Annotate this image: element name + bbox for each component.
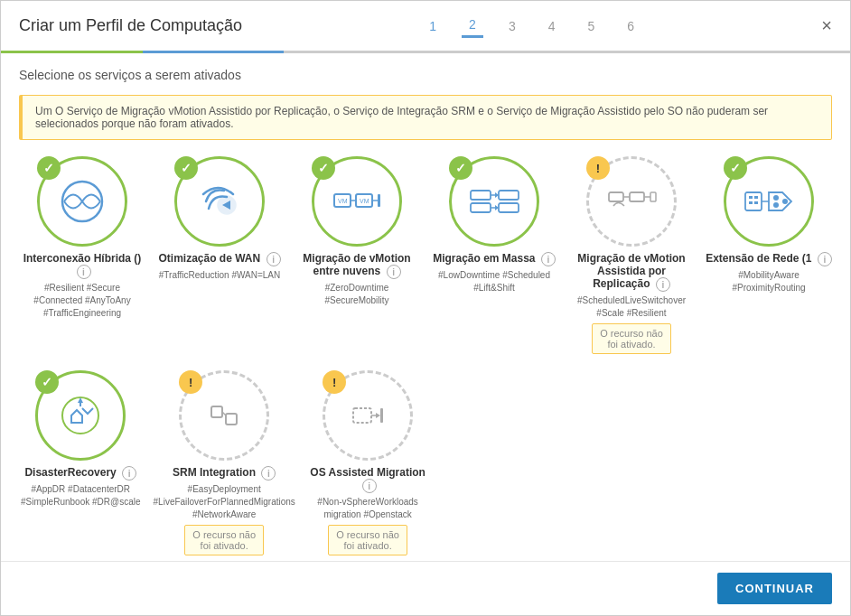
svg-rect-22 <box>650 192 656 201</box>
osassist-icon <box>341 388 395 443</box>
step-indicator: 1 2 3 4 5 6 <box>422 14 641 38</box>
not-activated-osassist: O recurso nãofoi ativado. <box>328 525 407 555</box>
svg-rect-17 <box>499 203 519 212</box>
modal-container: Criar um Perfil de Computação 1 2 3 4 5 … <box>0 0 851 616</box>
info-icon-network[interactable]: i <box>818 252 832 266</box>
service-name-disaster: DisasterRecovery i <box>24 466 136 481</box>
circle-wrapper-replication: ! <box>586 156 677 247</box>
not-activated-replication: O recurso nãofoi ativado. <box>592 323 671 354</box>
service-card-replication[interactable]: ! Migração de vMotion Assistida por Repl… <box>568 156 695 354</box>
svg-text:VM: VM <box>360 198 369 204</box>
info-icon-osassist[interactable]: i <box>362 479 377 493</box>
svg-marker-40 <box>376 413 380 418</box>
info-icon-replication[interactable]: i <box>656 277 670 292</box>
service-name-vmotion: Migração de vMotion entre nuvens i <box>294 252 420 279</box>
service-name-wan: Otimização de WAN i <box>158 252 280 266</box>
service-card-osassist[interactable]: ! OS Assisted Migration i #Non-vSphereWo… <box>306 370 430 555</box>
svg-rect-25 <box>754 196 758 199</box>
modal-header: Criar um Perfil de Computação 1 2 3 4 5 … <box>1 1 850 51</box>
info-icon-disaster[interactable]: i <box>122 466 136 481</box>
wan-icon <box>192 174 247 229</box>
step-4[interactable]: 4 <box>541 15 563 37</box>
warn-badge-replication: ! <box>586 156 610 180</box>
section-label: Selecione os serviços a serem ativados <box>19 68 832 82</box>
check-badge-vmotion: ✓ <box>312 156 335 180</box>
continue-button[interactable]: CONTINUAR <box>717 573 832 604</box>
warn-badge-srm: ! <box>179 370 202 394</box>
circle-wrapper-mass: ✓ <box>449 156 539 247</box>
service-card-srm[interactable]: ! SRM Integration i #EasyDeployment #Liv… <box>154 370 295 555</box>
svg-text:VM: VM <box>338 198 348 204</box>
service-tags-disaster: #AppDR #DatacenterDR #SimpleRunbook #DR@… <box>19 483 143 509</box>
info-icon-hybrid[interactable]: i <box>77 265 91 279</box>
service-name-replication: Migração de vMotion Assistida por Replic… <box>568 252 695 292</box>
svg-point-31 <box>782 199 788 204</box>
check-badge-wan: ✓ <box>174 156 198 180</box>
service-card-disaster[interactable]: ✓ DisasterRecovery i #AppDR #DatacenterD… <box>19 370 143 555</box>
check-badge-mass: ✓ <box>449 156 472 180</box>
service-card-network[interactable]: ✓ Extensão de Rede (1 i #MobilityAware #… <box>706 156 832 354</box>
service-name-network: Extensão de Rede (1 i <box>706 252 832 266</box>
info-icon-srm[interactable]: i <box>261 466 276 481</box>
svg-rect-26 <box>749 201 753 204</box>
svg-point-29 <box>773 195 779 201</box>
svg-rect-16 <box>499 191 519 200</box>
svg-point-30 <box>773 202 779 208</box>
hybrid-icon <box>55 174 109 229</box>
srm-icon <box>197 388 251 443</box>
svg-rect-11 <box>471 203 491 212</box>
step-2[interactable]: 2 <box>462 14 483 38</box>
svg-rect-20 <box>630 192 644 201</box>
service-name-hybrid: Interconexão Híbrida () i <box>19 252 145 279</box>
svg-rect-23 <box>745 192 762 210</box>
service-tags-vmotion: #ZeroDowntime #SecureMobility <box>294 282 420 307</box>
circle-wrapper-disaster: ✓ <box>35 370 126 461</box>
modal-body: Selecione os serviços a serem ativados U… <box>1 53 850 561</box>
info-icon-vmotion[interactable]: i <box>387 265 401 279</box>
service-tags-hybrid: #Resilient #Secure #Connected #AnyToAny … <box>19 282 145 320</box>
warn-badge-osassist: ! <box>323 370 346 394</box>
circle-wrapper-osassist: ! <box>323 370 413 461</box>
disaster-icon <box>53 388 108 443</box>
step-5[interactable]: 5 <box>581 15 603 37</box>
check-badge-network: ✓ <box>724 156 747 180</box>
replication-icon <box>604 174 659 229</box>
service-card-wan[interactable]: ✓ Otimização de WAN i #TrafficReduction … <box>156 156 283 354</box>
step-1[interactable]: 1 <box>422 15 444 37</box>
empty-cell-3 <box>708 370 832 555</box>
circle-wrapper-vmotion: VM VM ✓ <box>312 156 402 247</box>
circle-wrapper-wan: ✓ <box>174 156 265 247</box>
svg-rect-41 <box>380 408 383 423</box>
empty-cell-2 <box>575 370 698 555</box>
service-tags-srm: #EasyDeployment #LiveFailoverForPlannedM… <box>154 483 295 521</box>
svg-rect-27 <box>754 201 758 204</box>
svg-rect-38 <box>353 408 371 423</box>
services-grid-row1: ✓ Interconexão Híbrida () i #Resilient #… <box>19 156 832 354</box>
network-icon <box>742 174 796 229</box>
service-tags-wan: #TrafficReduction #WAN=LAN <box>159 269 280 282</box>
info-icon-mass[interactable]: i <box>541 252 556 266</box>
service-card-mass[interactable]: ✓ Migração em Massa i #LowDowntime #Sche… <box>431 156 557 354</box>
step-3[interactable]: 3 <box>501 15 523 37</box>
close-button[interactable]: × <box>821 15 832 36</box>
mass-icon <box>467 174 521 229</box>
svg-rect-10 <box>471 191 491 200</box>
service-card-vmotion[interactable]: VM VM ✓ Migração de vMotion entre nuvens… <box>294 156 420 354</box>
service-card-hybrid[interactable]: ✓ Interconexão Híbrida () i #Resilient #… <box>19 156 145 354</box>
check-badge-hybrid: ✓ <box>37 156 61 180</box>
service-tags-mass: #LowDowntime #Scheduled #Lift&Shift <box>431 269 557 294</box>
not-activated-srm: O recurso nãofoi ativado. <box>184 525 264 555</box>
empty-cell-1 <box>440 370 564 555</box>
service-name-srm: SRM Integration i <box>173 466 276 481</box>
warning-banner: Um O Serviço de Migração vMotion Assisti… <box>19 95 832 140</box>
service-tags-osassist: #Non-vSphereWorkloads migration #Opensta… <box>306 496 430 521</box>
service-tags-network: #MobilityAware #ProximityRouting <box>706 269 832 294</box>
step-6[interactable]: 6 <box>620 15 641 37</box>
circle-wrapper-srm: ! <box>179 370 269 461</box>
svg-rect-9 <box>378 194 380 207</box>
info-icon-wan[interactable]: i <box>267 252 281 266</box>
circle-wrapper-network: ✓ <box>724 156 814 247</box>
services-grid-row2: ✓ DisasterRecovery i #AppDR #DatacenterD… <box>19 370 832 555</box>
svg-rect-24 <box>749 196 753 199</box>
service-name-osassist: OS Assisted Migration i <box>306 466 430 493</box>
